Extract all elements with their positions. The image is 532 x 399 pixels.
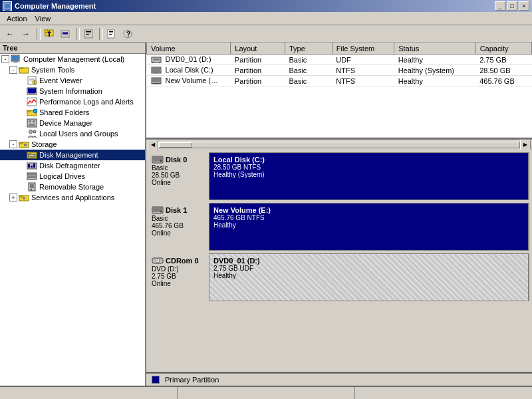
svg-rect-0 <box>4 3 11 9</box>
tree-item-event-viewer[interactable]: ! Event Viewer <box>0 75 145 86</box>
svg-rect-16 <box>109 31 113 32</box>
svg-point-68 <box>152 62 154 63</box>
svg-text:?: ? <box>126 31 130 38</box>
table-row[interactable]: DVD0_01 (D:) Partition Basic UDF Healthy… <box>147 55 532 65</box>
svg-rect-75 <box>152 78 160 82</box>
cdrom-status: Online <box>152 280 206 287</box>
partition-label: DVD0_01 (D:) <box>213 257 524 265</box>
table-row[interactable]: Local Disk (C:) Partition Basic NTFS Hea… <box>147 65 532 76</box>
svg-rect-55 <box>28 164 30 168</box>
svg-text:↑: ↑ <box>34 109 36 113</box>
tree-item-disk-defrag[interactable]: Disk Defragmenter <box>0 160 145 171</box>
expand-icon[interactable]: - <box>9 66 17 74</box>
expand-icon[interactable]: + <box>9 194 17 201</box>
tree-label: Services and Applications <box>31 194 114 201</box>
disk-1-label: Disk 1 Basic 465.76 GB Online <box>149 203 209 251</box>
svg-rect-10 <box>63 35 68 35</box>
cell-status: Healthy (System) <box>394 65 475 76</box>
tree-item-local-users[interactable]: Local Users and Groups <box>0 128 145 139</box>
col-capacity[interactable]: Capacity <box>475 43 531 55</box>
svg-rect-43 <box>29 120 31 122</box>
cell-layout: Partition <box>231 65 285 76</box>
forward-button[interactable]: → <box>19 27 33 41</box>
title-buttons[interactable]: _ □ × <box>495 1 529 11</box>
cell-layout: Partition <box>231 76 285 86</box>
disk-0-name: Disk 0 <box>166 156 187 164</box>
export-button[interactable] <box>104 27 119 41</box>
minimize-button[interactable]: _ <box>495 1 505 11</box>
tree-panel: Tree - Computer Management (Local) - <box>0 43 146 386</box>
tree-item-removable-storage[interactable]: Removable Storage <box>0 182 145 192</box>
svg-point-82 <box>160 211 162 213</box>
svg-point-79 <box>160 160 162 162</box>
back-button[interactable]: ← <box>3 27 17 41</box>
device-manager-icon <box>27 118 37 128</box>
svg-rect-1 <box>5 9 9 10</box>
computer-icon <box>11 55 21 64</box>
help-button[interactable]: ? <box>120 27 135 41</box>
svg-rect-14 <box>86 34 89 35</box>
col-type[interactable]: Type <box>285 43 332 55</box>
tree-item-computer-management[interactable]: - Computer Management (Local) <box>0 54 145 65</box>
tree-label: Removable Storage <box>39 183 104 191</box>
scroll-right-btn[interactable]: ▶ <box>520 140 531 150</box>
tree-item-logical-drives[interactable]: Logical Drives <box>0 171 145 182</box>
users-icon <box>27 129 37 138</box>
properties-button[interactable] <box>81 27 96 41</box>
close-button[interactable]: × <box>519 1 529 11</box>
svg-rect-12 <box>86 31 91 32</box>
svg-rect-70 <box>153 59 160 61</box>
horizontal-scrollbar[interactable]: ◀ ▶ <box>146 139 532 150</box>
partition-block[interactable]: DVD0_01 (D:) 2.75 GB UDF Healthy <box>209 254 529 301</box>
tree-label: Disk Management <box>39 151 98 159</box>
disk-1-type: Basic <box>152 215 206 222</box>
disk-block-cdrom: CDRom 0 DVD (D:) 2.75 GB Online DVD0_01 … <box>149 253 529 301</box>
svg-rect-39 <box>27 110 31 112</box>
partition-block[interactable]: New Volume (E:) 465.76 GB NTFS Healthy <box>209 203 529 250</box>
scroll-thumb[interactable] <box>159 142 192 148</box>
disk-1-status: Online <box>152 229 206 237</box>
svg-rect-23 <box>14 61 17 62</box>
cdrom-name: CDRom 0 <box>166 257 199 265</box>
col-status[interactable]: Status <box>394 43 475 55</box>
expand-icon[interactable]: - <box>1 55 9 63</box>
svg-rect-63 <box>31 189 32 190</box>
menu-view[interactable]: View <box>31 13 55 24</box>
tools-icon <box>19 65 29 74</box>
scroll-track[interactable] <box>158 142 520 148</box>
col-filesystem[interactable]: File System <box>332 43 394 55</box>
partition-info1: 465.76 GB NTFS <box>213 214 524 221</box>
col-volume[interactable]: Volume <box>147 43 231 55</box>
maximize-button[interactable]: □ <box>507 1 517 11</box>
table-row[interactable]: New Volume (… Partition Basic NTFS Healt… <box>147 76 532 86</box>
tree-item-device-manager[interactable]: Device Manager <box>0 118 145 128</box>
tree-item-disk-management[interactable]: Disk Management <box>0 150 145 160</box>
col-layout[interactable]: Layout <box>231 43 285 55</box>
tree-item-system-tools[interactable]: - System Tools <box>0 65 145 75</box>
up-button[interactable] <box>42 27 57 41</box>
disk-0-label: Disk 0 Basic 28.50 GB Online <box>149 152 209 200</box>
partition-info1: 28.50 GB NTFS <box>213 164 524 171</box>
event-icon: ! <box>27 76 37 85</box>
tree-item-shared-folders[interactable]: ↑ Shared Folders <box>0 107 145 118</box>
scroll-left-btn[interactable]: ◀ <box>148 140 158 150</box>
tree-item-perf-logs[interactable]: Performance Logs and Alerts <box>0 96 145 107</box>
expand-icon[interactable]: - <box>9 140 17 148</box>
status-pane-1 <box>0 387 178 399</box>
svg-rect-42 <box>27 119 37 127</box>
menu-action[interactable]: Action <box>3 13 31 24</box>
show-hide-button[interactable] <box>58 27 72 41</box>
tree-label: System Tools <box>31 66 74 74</box>
svg-rect-29 <box>29 78 35 78</box>
svg-rect-60 <box>28 176 36 178</box>
cell-volume: New Volume (… <box>147 76 231 86</box>
tree-item-storage[interactable]: - Storage <box>0 139 145 150</box>
partition-block[interactable]: Local Disk (C:) 28.50 GB NTFS Healthy (S… <box>209 153 529 200</box>
tree-item-services[interactable]: + Services and Applications <box>0 192 145 203</box>
toolbar: ← → <box>0 25 532 43</box>
tree-item-system-information[interactable]: System Information <box>0 86 145 96</box>
svg-rect-31 <box>29 80 33 81</box>
status-bar <box>0 386 532 399</box>
svg-rect-50 <box>24 144 27 146</box>
svg-rect-26 <box>19 68 23 69</box>
